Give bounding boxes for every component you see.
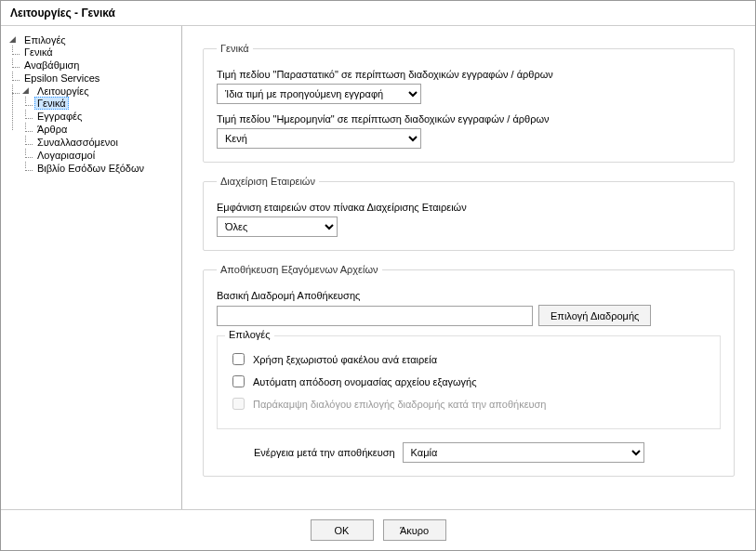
ok-button[interactable]: OK: [311, 519, 374, 541]
nav-tree: ◢ Επιλογές Γενικά Αναβάθμιση Epsilon Ser…: [5, 33, 178, 177]
tree-item-genika[interactable]: Γενικά: [21, 46, 56, 59]
export-path-input[interactable]: [217, 306, 533, 326]
tree-toggle-icon[interactable]: ◢: [21, 87, 30, 96]
chk-folder-label: Χρήση ξεχωριστού φακέλου ανά εταιρεία: [253, 354, 437, 365]
chk-bypass: [232, 398, 245, 410]
post-save-select[interactable]: Καμία: [403, 442, 644, 463]
chk-folder-row[interactable]: Χρήση ξεχωριστού φακέλου ανά εταιρεία: [229, 350, 709, 368]
post-save-row: Ενέργεια μετά την αποθήκευση Καμία: [254, 442, 721, 463]
settings-window: Λειτουργίες - Γενικά ◢ Επιλογές Γενικά Α…: [0, 0, 756, 551]
export-options-legend: Επιλογές: [225, 329, 274, 340]
chk-bypass-row: Παράκαμψη διαλόγου επιλογής διαδρομής κα…: [229, 395, 709, 413]
window-title: Λειτουργίες - Γενικά: [1, 1, 755, 26]
group-general: Γενικά Τιμή πεδίου "Παραστατικό" σε περί…: [203, 43, 735, 163]
group-export-legend: Αποθήκευση Εξαγόμενων Αρχείων: [217, 264, 382, 275]
post-save-label: Ενέργεια μετά την αποθήκευση: [254, 447, 395, 458]
sidebar: ◢ Επιλογές Γενικά Αναβάθμιση Epsilon Ser…: [1, 26, 182, 509]
tree-item-l-synal[interactable]: Συναλλασσόμενοι: [34, 136, 121, 149]
chk-folder[interactable]: [232, 353, 245, 365]
export-options-group: Επιλογές Χρήση ξεχωριστού φακέλου ανά ετ…: [217, 335, 721, 429]
browse-button[interactable]: Επιλογή Διαδρομής: [538, 305, 651, 326]
tree-item-l-vivlio[interactable]: Βιβλίο Εσόδων Εξόδων: [34, 162, 147, 175]
chk-bypass-label: Παράκαμψη διαλόγου επιλογής διαδρομής κα…: [253, 399, 547, 410]
tree-item-l-logar[interactable]: Λογαριασμοί: [34, 149, 98, 162]
tree-root[interactable]: Επιλογές: [21, 33, 69, 46]
chk-autoname[interactable]: [232, 375, 245, 387]
content-panel: Γενικά Τιμή πεδίου "Παραστατικό" σε περί…: [182, 26, 755, 509]
tree-item-l-eggrafes[interactable]: Εγγραφές: [34, 110, 85, 123]
window-body: ◢ Επιλογές Γενικά Αναβάθμιση Epsilon Ser…: [1, 26, 755, 509]
tree-item-l-genika[interactable]: Γενικά: [34, 97, 69, 110]
tree-item-epsilon[interactable]: Epsilon Services: [21, 72, 102, 85]
group-companies: Διαχείριση Εταιρειών Εμφάνιση εταιρειών …: [203, 176, 735, 251]
companies-show-select[interactable]: Όλες: [217, 216, 338, 237]
tree-toggle-icon[interactable]: ◢: [8, 36, 17, 45]
chk-autoname-label: Αυτόματη απόδοση ονομασίας αρχείου εξαγω…: [253, 376, 477, 387]
group-export: Αποθήκευση Εξαγόμενων Αρχείων Βασική Δια…: [203, 264, 735, 477]
group-general-legend: Γενικά: [217, 43, 253, 54]
tree-item-anavathmisi[interactable]: Αναβάθμιση: [21, 59, 83, 72]
export-path-label: Βασική Διαδρομή Αποθήκευσης: [217, 290, 721, 301]
parastatiko-label: Τιμή πεδίου "Παραστατικό" σε περίπτωση δ…: [217, 69, 721, 80]
chk-autoname-row[interactable]: Αυτόματη απόδοση ονομασίας αρχείου εξαγω…: [229, 373, 709, 390]
group-companies-legend: Διαχείριση Εταιρειών: [217, 176, 319, 187]
tree-item-l-arthra[interactable]: Άρθρα: [34, 123, 70, 136]
cancel-button[interactable]: Άκυρο: [383, 519, 446, 541]
parastatiko-select[interactable]: Ίδια τιμή με προηγούμενη εγγραφή: [217, 84, 421, 104]
tree-item-leitourgies[interactable]: Λειτουργίες: [34, 85, 91, 98]
imerominia-select[interactable]: Κενή: [217, 128, 421, 149]
companies-show-label: Εμφάνιση εταιρειών στον πίνακα Διαχείρισ…: [217, 202, 721, 213]
imerominia-label: Τιμή πεδίου "Ημερομηνία" σε περίπτωση δι…: [217, 113, 721, 125]
dialog-footer: OK Άκυρο: [1, 509, 755, 550]
